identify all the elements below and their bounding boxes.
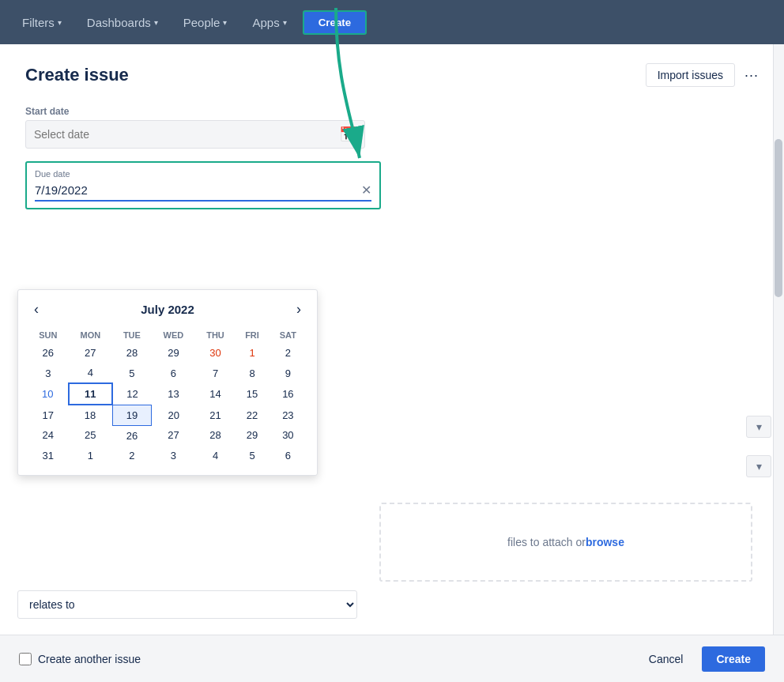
create-nav-button[interactable]: Create [303, 10, 368, 35]
calendar-day[interactable]: 27 [152, 425, 196, 446]
calendar-day[interactable]: 4 [69, 363, 113, 383]
start-date-section: Start date 📅 [25, 106, 759, 149]
start-date-calendar-icon[interactable]: 📅 [339, 126, 356, 143]
calendar-day[interactable]: 27 [69, 343, 113, 363]
calendar-day[interactable]: 7 [195, 363, 236, 383]
calendar-week-row: 10111213141516 [28, 383, 307, 405]
modal-footer: Create another issue Cancel Create [0, 635, 784, 682]
calendar-grid: SUN MON TUE WED THU FRI SAT 262728293012… [28, 327, 307, 465]
calendar-day[interactable]: 24 [28, 425, 69, 446]
import-issues-button[interactable]: Import issues [646, 63, 735, 87]
due-date-input-row: ✕ [35, 180, 371, 202]
calendar-day[interactable]: 30 [269, 425, 307, 446]
relates-to-select[interactable]: relates to [17, 590, 357, 619]
calendar-day[interactable]: 5 [112, 363, 152, 383]
calendar-day[interactable]: 28 [195, 425, 236, 446]
calendar-body: 2627282930123456789101112131415161718192… [28, 343, 307, 465]
day-header-wed: WED [152, 327, 196, 343]
file-attach-area[interactable]: files to attach or browse [379, 503, 752, 582]
page-title: Create issue [25, 65, 129, 85]
day-header-sun: SUN [28, 327, 69, 343]
people-chevron-icon: ▾ [223, 18, 227, 27]
scrollbar-thumb[interactable] [775, 139, 782, 297]
day-header-thu: THU [195, 327, 236, 343]
calendar-day[interactable]: 2 [269, 343, 307, 363]
filters-chevron-icon: ▾ [58, 18, 62, 27]
main-content: Create issue Import issues ··· Start dat… [0, 44, 784, 682]
calendar-day[interactable]: 22 [236, 405, 269, 425]
calendar-day[interactable]: 29 [152, 343, 196, 363]
calendar-day[interactable]: 26 [112, 425, 152, 446]
calendar-week-row: 31123456 [28, 446, 307, 465]
clear-due-date-icon[interactable]: ✕ [361, 183, 371, 198]
right-scrollbar[interactable] [773, 44, 784, 682]
calendar-day[interactable]: 31 [28, 446, 69, 465]
calendar-week-row: 3456789 [28, 363, 307, 383]
calendar-day[interactable]: 25 [69, 425, 113, 446]
calendar-day[interactable]: 2 [112, 446, 152, 465]
calendar-day[interactable]: 12 [112, 383, 152, 405]
create-another-checkbox[interactable] [19, 653, 32, 665]
attach-text: files to attach or [507, 536, 586, 548]
start-date-label: Start date [25, 106, 759, 117]
scroll-down-indicator-1[interactable]: ▾ [746, 416, 771, 438]
calendar-day[interactable]: 10 [28, 383, 69, 405]
calendar-day[interactable]: 15 [236, 383, 269, 405]
calendar-day[interactable]: 4 [195, 446, 236, 465]
apps-nav[interactable]: Apps ▾ [243, 11, 296, 34]
calendar-day[interactable]: 3 [152, 446, 196, 465]
calendar-prev-button[interactable]: ‹ [28, 300, 45, 319]
calendar-day[interactable]: 16 [269, 383, 307, 405]
calendar-day[interactable]: 6 [269, 446, 307, 465]
calendar-day[interactable]: 18 [69, 405, 113, 425]
calendar-day[interactable]: 26 [28, 343, 69, 363]
calendar-day[interactable]: 5 [236, 446, 269, 465]
browse-link[interactable]: browse [586, 536, 624, 548]
calendar-day[interactable]: 1 [69, 446, 113, 465]
start-date-input[interactable] [34, 128, 339, 141]
calendar-day[interactable]: 9 [269, 363, 307, 383]
due-date-section: Due date ✕ [25, 161, 381, 209]
footer-right-buttons: Cancel Create [638, 646, 765, 672]
calendar-day[interactable]: 17 [28, 405, 69, 425]
day-header-sat: SAT [269, 327, 307, 343]
calendar-day[interactable]: 3 [28, 363, 69, 383]
calendar-day[interactable]: 20 [152, 405, 196, 425]
calendar-day[interactable]: 29 [236, 425, 269, 446]
calendar-next-button[interactable]: › [290, 300, 307, 319]
calendar-day[interactable]: 21 [195, 405, 236, 425]
calendar-day[interactable]: 28 [112, 343, 152, 363]
calendar-week-row: 17181920212223 [28, 405, 307, 425]
people-nav[interactable]: People ▾ [174, 11, 237, 34]
calendar-day[interactable]: 19 [112, 405, 152, 425]
calendar-day[interactable]: 8 [236, 363, 269, 383]
calendar-day[interactable]: 14 [195, 383, 236, 405]
calendar-day[interactable]: 30 [195, 343, 236, 363]
calendar-header: ‹ July 2022 › [28, 300, 307, 319]
filters-nav[interactable]: Filters ▾ [13, 11, 71, 34]
scroll-down-indicator-2[interactable]: ▾ [746, 455, 771, 477]
topnav: Filters ▾ Dashboards ▾ People ▾ Apps ▾ C… [0, 0, 784, 44]
start-date-input-wrap: 📅 [25, 120, 365, 149]
calendar-day[interactable]: 23 [269, 405, 307, 425]
create-another-label: Create another issue [38, 653, 141, 665]
day-header-fri: FRI [236, 327, 269, 343]
calendar-day[interactable]: 13 [152, 383, 196, 405]
day-header-tue: TUE [112, 327, 152, 343]
due-date-label: Due date [35, 169, 371, 179]
due-date-input[interactable] [35, 180, 361, 200]
calendar-day-headers: SUN MON TUE WED THU FRI SAT [28, 327, 307, 343]
create-button[interactable]: Create [702, 646, 765, 672]
header-actions: Import issues ··· [646, 63, 759, 87]
create-another-wrap: Create another issue [19, 653, 141, 665]
calendar-day[interactable]: 6 [152, 363, 196, 383]
more-options-button[interactable]: ··· [744, 67, 759, 84]
apps-chevron-icon: ▾ [283, 18, 287, 27]
cancel-button[interactable]: Cancel [638, 646, 695, 672]
page-header: Create issue Import issues ··· [25, 63, 759, 87]
relates-to-section: relates to [17, 590, 357, 619]
calendar-day[interactable]: 11 [69, 383, 113, 405]
dashboards-nav[interactable]: Dashboards ▾ [77, 11, 168, 34]
dashboards-chevron-icon: ▾ [154, 18, 158, 27]
calendar-day[interactable]: 1 [236, 343, 269, 363]
